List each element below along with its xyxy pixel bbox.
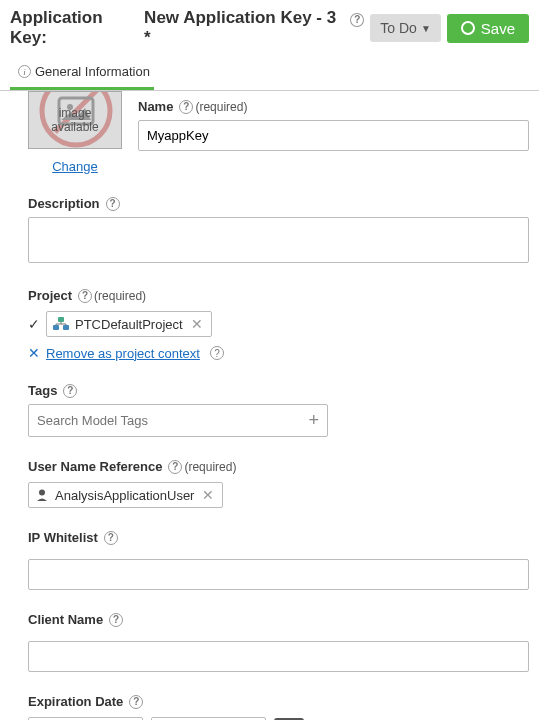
help-icon[interactable]: ? — [63, 384, 77, 398]
help-icon[interactable]: ? — [210, 346, 224, 360]
client-name-label: Client Name ? — [28, 612, 529, 627]
svg-rect-4 — [58, 317, 64, 322]
project-icon — [53, 317, 69, 331]
ip-whitelist-field: IP Whitelist ? — [28, 530, 529, 590]
thumbnail-text: image available — [51, 106, 98, 135]
tags-search[interactable]: + — [28, 404, 328, 437]
required-label: (required) — [184, 460, 236, 474]
entity-type-label: Application Key: — [10, 8, 142, 48]
todo-label: To Do — [380, 20, 417, 36]
page-title: Application Key: New Application Key - 3… — [10, 8, 364, 48]
save-label: Save — [481, 20, 515, 37]
save-circle-icon — [461, 21, 475, 35]
tags-field: Tags ? + — [28, 383, 529, 437]
description-label: Description ? — [28, 196, 529, 211]
save-button[interactable]: Save — [447, 14, 529, 43]
tab-general-information[interactable]: i General Information — [10, 58, 154, 90]
user-icon — [35, 488, 49, 502]
tab-bar: i General Information — [0, 58, 539, 90]
page-header: Application Key: New Application Key - 3… — [0, 0, 539, 58]
tab-label: General Information — [35, 64, 150, 79]
help-icon[interactable]: ? — [106, 197, 120, 211]
help-icon[interactable]: ? — [350, 13, 364, 27]
ip-whitelist-label: IP Whitelist ? — [28, 530, 529, 545]
required-label: (required) — [94, 289, 146, 303]
add-tag-icon[interactable]: + — [300, 410, 327, 431]
chevron-down-icon: ▼ — [421, 23, 431, 34]
help-icon[interactable]: ? — [78, 289, 92, 303]
required-label: (required) — [195, 100, 247, 114]
tags-input[interactable] — [29, 405, 300, 436]
project-field: Project ? (required) ✓ PTCDefaultProject… — [28, 288, 529, 361]
tags-label: Tags ? — [28, 383, 529, 398]
remove-project-row: ✕ Remove as project context ? — [28, 345, 529, 361]
client-name-input[interactable] — [28, 641, 529, 672]
expiration-label: Expiration Date ? — [28, 694, 529, 709]
project-value: PTCDefaultProject — [75, 317, 183, 332]
name-column: Name ? (required) — [138, 99, 529, 151]
help-icon[interactable]: ? — [179, 100, 193, 114]
remove-x-icon[interactable]: ✕ — [28, 345, 40, 361]
description-field: Description ? — [28, 196, 529, 266]
description-textarea[interactable] — [28, 217, 529, 263]
thumbnail-column: image available Change — [28, 91, 122, 174]
user-value: AnalysisApplicationUser — [55, 488, 194, 503]
user-ref-label: User Name Reference ? (required) — [28, 459, 529, 474]
change-image-link[interactable]: Change — [52, 159, 98, 174]
entity-name: New Application Key - 3 * — [144, 8, 344, 48]
clear-user-icon[interactable]: ✕ — [200, 487, 216, 503]
project-chip[interactable]: PTCDefaultProject ✕ — [46, 311, 212, 337]
ip-whitelist-input[interactable] — [28, 559, 529, 590]
remove-project-link[interactable]: Remove as project context — [46, 346, 200, 361]
clear-project-icon[interactable]: ✕ — [189, 316, 205, 332]
expiration-field: Expiration Date ? — [28, 694, 529, 720]
todo-button[interactable]: To Do ▼ — [370, 14, 440, 42]
project-label: Project ? (required) — [28, 288, 529, 303]
help-icon[interactable]: ? — [129, 695, 143, 709]
form-content: image available Change Name ? (required)… — [0, 91, 539, 720]
checkmark-icon: ✓ — [28, 316, 40, 332]
user-chip[interactable]: AnalysisApplicationUser ✕ — [28, 482, 223, 508]
help-icon[interactable]: ? — [109, 613, 123, 627]
user-ref-field: User Name Reference ? (required) Analysi… — [28, 459, 529, 508]
help-icon[interactable]: ? — [104, 531, 118, 545]
svg-rect-5 — [53, 325, 59, 330]
client-name-field: Client Name ? — [28, 612, 529, 672]
thumbnail-placeholder: image available — [28, 91, 122, 149]
project-row: ✓ PTCDefaultProject ✕ — [28, 311, 529, 337]
name-input[interactable] — [138, 120, 529, 151]
name-label: Name ? (required) — [138, 99, 529, 114]
top-row: image available Change Name ? (required) — [28, 91, 529, 174]
svg-point-7 — [39, 490, 45, 496]
info-icon: i — [18, 65, 31, 78]
help-icon[interactable]: ? — [168, 460, 182, 474]
svg-rect-6 — [63, 325, 69, 330]
